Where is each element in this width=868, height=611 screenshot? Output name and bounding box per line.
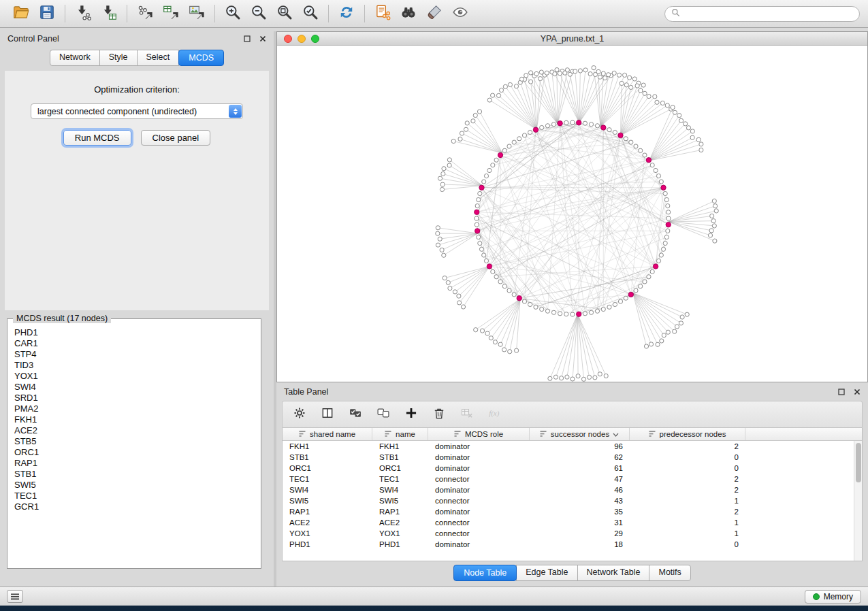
tab-select[interactable]: Select — [137, 50, 180, 66]
maximize-window-button[interactable] — [311, 35, 319, 43]
mcds-tab-content: Optimization criterion: largest connecte… — [5, 71, 269, 310]
minimize-window-button[interactable] — [298, 35, 306, 43]
select-all-button[interactable] — [347, 406, 364, 423]
delete-column-button[interactable] — [431, 406, 447, 423]
search-box[interactable] — [664, 6, 860, 22]
close-window-button[interactable] — [284, 35, 292, 43]
toolbar-separator — [127, 5, 127, 22]
mcds-result-item[interactable]: SWI4 — [14, 382, 257, 393]
deselect-all-icon — [376, 406, 390, 423]
table-row[interactable]: RAP1RAP1dominator352 — [283, 506, 854, 517]
table-row[interactable]: STB1STB1dominator620 — [283, 452, 854, 463]
table-row[interactable]: ACE2ACE2connector311 — [283, 517, 854, 528]
wand-button[interactable] — [421, 3, 447, 24]
deselect-all-button[interactable] — [375, 406, 391, 423]
search-input[interactable] — [684, 9, 853, 18]
column-header-successor-nodes[interactable]: successor nodes — [530, 428, 630, 440]
mcds-result-item[interactable]: SRD1 — [14, 393, 257, 403]
close-table-panel-button[interactable] — [854, 389, 861, 395]
mcds-result-item[interactable]: PHD1 — [14, 327, 257, 338]
cell-shared-name: TEC1 — [283, 475, 372, 483]
cell-predecessor-nodes: 0 — [630, 453, 745, 461]
table-scrollbar[interactable] — [854, 441, 862, 561]
table-row[interactable]: TEC1TEC1connector472 — [283, 474, 854, 484]
mcds-result-item[interactable]: CAR1 — [14, 338, 257, 349]
table-row[interactable]: SWI4SWI4dominator462 — [283, 484, 854, 495]
table-row[interactable]: ORC1ORC1dominator610 — [283, 463, 854, 474]
open-session-button[interactable] — [8, 3, 34, 24]
table-scrollbar-thumb[interactable] — [856, 443, 861, 482]
tab-network[interactable]: Network — [50, 50, 100, 66]
mcds-result-item[interactable]: STB5 — [14, 436, 257, 447]
export-network-button[interactable] — [132, 3, 158, 24]
column-attribute-icon — [454, 430, 462, 439]
table-row[interactable]: SWI5SWI5connector431 — [283, 495, 854, 506]
columns-button[interactable] — [319, 406, 336, 423]
run-mcds-button[interactable]: Run MCDS — [63, 130, 131, 146]
table-row[interactable]: PHD1PHD1dominator180 — [283, 539, 854, 550]
mcds-result-item[interactable]: FKH1 — [14, 414, 257, 425]
status-menu-button[interactable] — [7, 590, 23, 603]
save-session-icon — [38, 3, 56, 24]
add-column-button[interactable] — [403, 406, 419, 423]
table-row[interactable]: FKH1FKH1dominator962 — [283, 441, 854, 452]
mcds-result-item[interactable]: SWI5 — [14, 480, 257, 491]
cell-name: STB1 — [372, 453, 428, 461]
refresh-button[interactable] — [334, 3, 359, 24]
float-control-panel-button[interactable] — [244, 35, 251, 42]
network-file-button[interactable] — [370, 3, 396, 24]
binoculars-button[interactable] — [396, 3, 421, 24]
close-mcds-panel-button[interactable]: Close panel — [141, 130, 211, 146]
mcds-result-item[interactable]: ACE2 — [14, 425, 257, 436]
column-header-mcds-role[interactable]: MCDS role — [428, 428, 530, 440]
memory-button[interactable]: Memory — [805, 590, 861, 604]
table-tab-edge-table[interactable]: Edge Table — [516, 565, 577, 581]
export-table-button[interactable] — [158, 3, 184, 24]
columns-icon — [321, 406, 334, 423]
cell-successor-nodes: 43 — [530, 497, 630, 505]
mcds-result-item[interactable]: STP4 — [14, 349, 257, 360]
mcds-result-item[interactable]: STB1 — [14, 469, 257, 480]
cell-mcds-role: dominator — [428, 442, 530, 450]
save-session-button[interactable] — [34, 3, 60, 24]
import-network-icon — [74, 3, 92, 24]
zoom-in-button[interactable] — [220, 3, 246, 24]
table-tab-motifs[interactable]: Motifs — [649, 565, 690, 581]
mcds-result-item[interactable]: RAP1 — [14, 458, 257, 469]
optimization-criterion-select[interactable]: largest connected component (undirected) — [31, 103, 243, 119]
cell-mcds-role: dominator — [428, 540, 530, 548]
network-canvas[interactable] — [277, 46, 867, 382]
column-header-shared-name[interactable]: shared name — [283, 428, 372, 440]
gear-button[interactable] — [291, 406, 308, 423]
mcds-result-item[interactable]: YOX1 — [14, 371, 257, 382]
tab-style[interactable]: Style — [99, 50, 138, 66]
tab-mcds[interactable]: MCDS — [178, 50, 224, 66]
import-network-button[interactable] — [70, 3, 96, 24]
table-tab-node-table[interactable]: Node Table — [453, 565, 517, 581]
mcds-result-item[interactable]: GCR1 — [14, 501, 257, 512]
export-image-button[interactable] — [184, 3, 210, 24]
zoom-selected-button[interactable] — [298, 3, 323, 24]
main-toolbar — [0, 0, 868, 28]
close-control-panel-button[interactable] — [259, 35, 266, 42]
zoom-out-button[interactable] — [246, 3, 272, 24]
mcds-result-item[interactable]: PMA2 — [14, 403, 257, 414]
table-row[interactable]: YOX1YOX1connector291 — [283, 528, 854, 539]
table-tab-network-table[interactable]: Network Table — [577, 565, 650, 581]
mcds-result-item[interactable]: TID3 — [14, 360, 257, 371]
column-header-predecessor-nodes[interactable]: predecessor nodes — [630, 428, 745, 440]
network-window-titlebar[interactable]: YPA_prune.txt_1 — [277, 32, 867, 46]
import-table-icon — [100, 3, 118, 24]
delete-column-icon — [432, 406, 446, 423]
float-table-panel-button[interactable] — [838, 389, 845, 395]
toolbar-separator — [364, 5, 365, 22]
control-panel-tabs: NetworkStyleSelectMCDS — [0, 50, 274, 66]
zoom-fit-button[interactable] — [272, 3, 298, 24]
mcds-result-item[interactable]: ORC1 — [14, 447, 257, 458]
list-icon — [11, 591, 19, 603]
column-header-name[interactable]: name — [372, 428, 428, 440]
control-panel-title: Control Panel — [7, 34, 59, 44]
eye-button[interactable] — [447, 3, 473, 24]
import-table-button[interactable] — [96, 3, 122, 24]
mcds-result-item[interactable]: TEC1 — [14, 491, 257, 501]
